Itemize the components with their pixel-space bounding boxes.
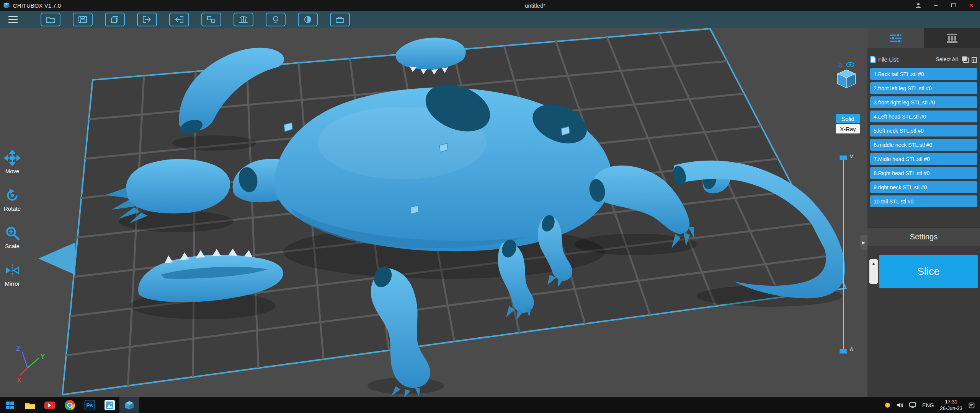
right-panel: File List: Select All 1.Back tail STL.st… [867,28,980,397]
printer-icon [946,33,959,44]
view-cube[interactable] [836,68,857,89]
mirror-tool[interactable]: Mirror [4,262,20,287]
home-view-icon[interactable]: ⌂ [838,61,843,68]
chrome-button[interactable] [60,397,80,413]
viewport-3d[interactable]: Z Y X Move Rotate [0,28,867,397]
taskbar-apps: Ps [0,397,139,413]
chevron-down-icon[interactable]: ∨ [849,153,854,159]
section-slider-track[interactable] [843,158,844,351]
file-list-item[interactable]: 3.front right leg STL.stl #0 [870,96,977,108]
youtube-button[interactable] [40,397,60,413]
eye-icon[interactable] [846,62,854,67]
document-title: untitled* [161,2,910,9]
axes-indicator: Z Y X [16,345,45,384]
save-button[interactable] [73,13,93,26]
scale-tool[interactable]: Scale [4,225,20,249]
system-tray: ENG 17:31 26-Jun-23 [885,397,980,413]
export-button[interactable] [169,13,189,26]
slice-expand-tab[interactable]: ▲ [869,259,878,284]
panel-collapse-button[interactable]: ▶ [860,235,867,250]
chitubox-taskbar-button[interactable] [119,397,139,413]
hollow-icon [271,15,281,24]
mirror-icon [4,262,20,278]
file-list-item[interactable]: 9.right neck STL.stl #0 [870,181,977,193]
solid-mode-button[interactable]: Solid [836,114,860,123]
import-icon [142,15,152,24]
chitubox-icon [124,400,134,410]
file-list-item[interactable]: 6.middle neck STL.stl #0 [870,139,977,151]
display-icon[interactable] [909,402,916,408]
open-file-icon [46,15,56,24]
rotate-tool-label: Rotate [4,205,21,212]
taskbar: Ps [0,397,980,413]
tray-app-icon[interactable] [885,402,890,408]
photos-button[interactable] [100,397,119,413]
move-tool[interactable]: Move [4,150,20,174]
settings-button[interactable]: Settings [867,227,980,246]
view-widget[interactable]: ⌂ [833,61,860,89]
save-icon [78,15,88,24]
volume-icon[interactable] [897,402,903,408]
support-button[interactable] [234,13,253,26]
windows-start-button[interactable] [0,397,20,413]
select-all-icon[interactable] [962,56,969,63]
file-list-label: File List: [878,56,900,63]
maximize-icon [951,3,956,7]
select-all-label[interactable]: Select All [936,56,958,62]
chrome-icon [65,400,75,410]
file-explorer-button[interactable] [20,397,40,413]
print-settings-icon [335,15,345,24]
hollow-button[interactable] [266,13,286,26]
slice-button[interactable]: Slice [879,255,978,288]
maximize-button[interactable] [945,0,962,11]
copy-icon [110,15,120,24]
app-title: CHITUBOX V1.7.0 [13,2,61,9]
file-list-item[interactable]: 8.Right head STL.stl #0 [870,167,977,179]
clock-time: 17:31 [940,399,962,405]
delete-icon[interactable] [971,56,977,63]
xray-mode-button[interactable]: X-Ray [836,124,860,133]
file-list-item[interactable]: 5.left neck STL.stl #0 [870,125,977,137]
dark-mode-button[interactable] [298,13,318,26]
section-slider-top-handle[interactable] [840,155,847,160]
windows-icon [6,401,14,410]
panel-tabs [867,28,980,48]
clone-button[interactable] [201,13,221,26]
minimize-button[interactable]: – [927,0,945,11]
axis-x-label: X [17,377,21,384]
open-file-button[interactable] [41,13,60,26]
file-list-item[interactable]: 1.Back tail STL.stl #0 [870,68,977,80]
file-list-item[interactable]: 10.tail STL.stl #0 [870,195,977,207]
section-slider-bottom-handle[interactable] [840,349,847,354]
export-icon [174,15,184,24]
tab-settings[interactable] [867,28,924,48]
render-mode-toggle: Solid X-Ray [836,114,860,133]
close-button[interactable]: × [962,0,980,11]
axis-z-label: Z [16,345,20,353]
arrow-up-icon: ▲ [872,261,875,265]
menu-button[interactable] [0,16,23,23]
language-indicator[interactable]: ENG [922,402,934,408]
copy-button[interactable] [105,13,125,26]
import-button[interactable] [137,13,157,26]
move-tool-label: Move [5,168,20,174]
title-bar: CHITUBOX V1.7.0 untitled* – × [0,0,980,11]
photoshop-button[interactable]: Ps [80,397,100,413]
file-list-item[interactable]: 2.front left leg STL.stl #0 [870,82,977,94]
account-button[interactable] [910,0,927,11]
app-logo-icon [3,2,10,9]
move-icon [4,150,20,166]
print-settings-button[interactable] [330,13,350,26]
scale-icon [4,225,20,241]
dark-mode-icon [303,15,313,24]
file-list-header: File List: Select All [870,54,977,65]
rotate-tool[interactable]: Rotate [4,187,21,212]
file-icon [870,56,876,63]
notification-icon[interactable] [969,402,975,408]
file-list-item[interactable]: 4.Left head STL.stl #0 [870,111,977,122]
taskbar-clock[interactable]: 17:31 26-Jun-23 [940,399,962,411]
file-list-item[interactable]: 7.Midle head STL.stl #0 [870,153,977,165]
tab-printer[interactable] [924,28,980,48]
chevron-up-icon[interactable]: ∧ [849,346,854,352]
axis-y-label: Y [41,353,45,360]
